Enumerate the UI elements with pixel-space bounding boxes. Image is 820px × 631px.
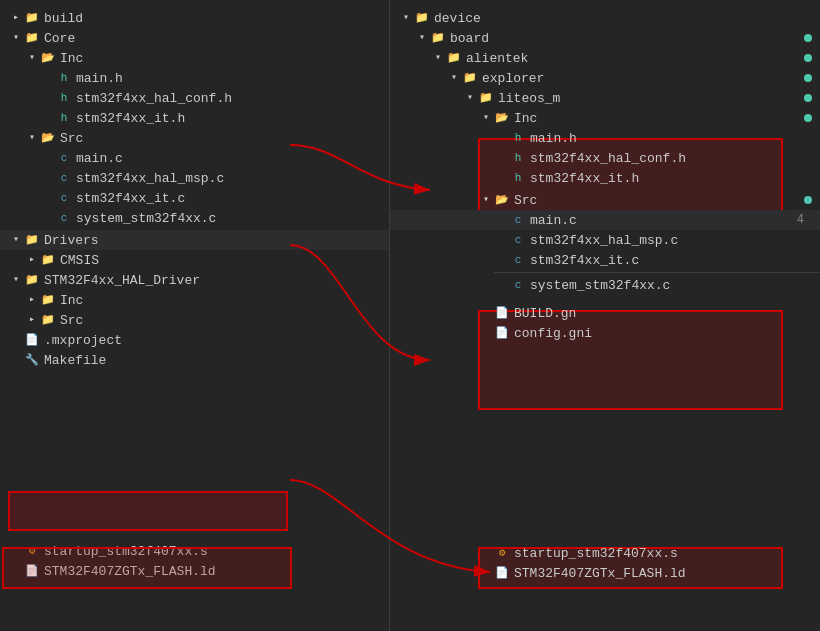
c-file-icon-4: c [56, 210, 72, 226]
chevron-inc [24, 50, 40, 66]
left-panel: 📁 build 📁 Core 📂 Inc h main.h h stm32f4x… [0, 0, 390, 631]
folder-hal-src[interactable]: 📁 Src [0, 310, 389, 330]
h-file-right-icon: h [510, 130, 526, 146]
file-it-h-label: stm32f4xx_it.h [76, 111, 185, 126]
file-hal-conf-h[interactable]: h stm32f4xx_hal_conf.h [0, 88, 389, 108]
file-build-gn-label: BUILD.gn [514, 306, 576, 321]
folder-build-icon: 📁 [24, 10, 40, 26]
folder-board-label: board [450, 31, 489, 46]
h-file-right-icon-3: h [510, 170, 526, 186]
folder-device[interactable]: 📁 device [390, 8, 820, 28]
folder-hal-driver-label: STM32F4xx_HAL_Driver [44, 273, 200, 288]
file-startup-s[interactable]: ⚙ startup_stm32f407xx.s [0, 541, 389, 561]
folder-drivers-icon: 📁 [24, 232, 40, 248]
folder-inc[interactable]: 📂 Inc [0, 48, 389, 68]
chevron-makefile [8, 352, 24, 368]
file-startup-s-right[interactable]: ⚙ startup_stm32f407xx.s [390, 543, 820, 563]
file-startup-s-right-label: startup_stm32f407xx.s [514, 546, 678, 561]
chevron-mxproject [8, 332, 24, 348]
chevron-device [398, 10, 414, 26]
file-flash-ld[interactable]: 📄 STM32F407ZGTx_FLASH.ld [0, 561, 389, 581]
chevron-it-h-right [494, 170, 510, 186]
file-it-c-right[interactable]: c stm32f4xx_it.c [390, 250, 820, 270]
folder-board[interactable]: 📁 board [390, 28, 820, 48]
chevron-hal-inc [24, 292, 40, 308]
file-main-h-right[interactable]: h main.h [390, 128, 820, 148]
dot-inc [804, 114, 812, 122]
dot-explorer [804, 74, 812, 82]
config-gni-icon: 📄 [494, 325, 510, 341]
c-file-icon: c [56, 150, 72, 166]
chevron-flash-ld [8, 563, 24, 579]
file-system-c-right-label: system_stm32f4xx.c [530, 278, 670, 293]
file-hal-msp-c-right-label: stm32f4xx_hal_msp.c [530, 233, 678, 248]
folder-cmsis-icon: 📁 [40, 252, 56, 268]
file-it-h[interactable]: h stm32f4xx_it.h [0, 108, 389, 128]
folder-src-right[interactable]: 📂 Src [390, 190, 820, 210]
folder-core[interactable]: 📁 Core [0, 28, 389, 48]
file-main-h-label: main.h [76, 71, 123, 86]
folder-hal-driver[interactable]: 📁 STM32F4xx_HAL_Driver [0, 270, 389, 290]
file-system-c[interactable]: c system_stm32f4xx.c [0, 208, 389, 228]
file-makefile[interactable]: 🔧 Makefile [0, 350, 389, 370]
c-file-icon-3: c [56, 190, 72, 206]
generic-file-icon: 📄 [24, 332, 40, 348]
makefile-icon: 🔧 [24, 352, 40, 368]
folder-src-icon: 📂 [40, 130, 56, 146]
file-hal-conf-h-right[interactable]: h stm32f4xx_hal_conf.h [390, 148, 820, 168]
chevron-hal-conf-h [40, 90, 56, 106]
chevron-build [8, 10, 24, 26]
folder-build[interactable]: 📁 build [0, 8, 389, 28]
folder-cmsis[interactable]: 📁 CMSIS [0, 250, 389, 270]
chevron-main-h [40, 70, 56, 86]
folder-drivers-label: Drivers [44, 233, 99, 248]
file-hal-msp-c-right[interactable]: c stm32f4xx_hal_msp.c [390, 230, 820, 250]
folder-core-label: Core [44, 31, 75, 46]
chevron-config-gni [478, 325, 494, 341]
file-main-c[interactable]: c main.c [0, 148, 389, 168]
file-build-gn[interactable]: 📄 BUILD.gn [390, 303, 820, 323]
folder-explorer[interactable]: 📁 explorer [390, 68, 820, 88]
dot-liteos [804, 94, 812, 102]
folder-alientek-icon: 📁 [446, 50, 462, 66]
chevron-explorer [446, 70, 462, 86]
s-file-right-icon: ⚙ [494, 545, 510, 561]
chevron-main-c-right [494, 212, 510, 228]
chevron-startup-s-right [478, 545, 494, 561]
chevron-hal-conf-h-right [494, 150, 510, 166]
folder-src-right-label: Src [514, 193, 537, 208]
file-it-c[interactable]: c stm32f4xx_it.c [0, 188, 389, 208]
file-main-c-right[interactable]: c main.c 4 [390, 210, 820, 230]
separator [494, 272, 820, 273]
dot-alientek [804, 54, 812, 62]
file-it-c-right-label: stm32f4xx_it.c [530, 253, 639, 268]
h-file-icon-2: h [56, 90, 72, 106]
folder-alientek[interactable]: 📁 alientek [390, 48, 820, 68]
chevron-drivers [8, 232, 24, 248]
folder-drivers[interactable]: 📁 Drivers [0, 230, 389, 250]
file-config-gni[interactable]: 📄 config.gni [390, 323, 820, 343]
dot-src [804, 196, 812, 204]
file-mxproject[interactable]: 📄 .mxproject [0, 330, 389, 350]
folder-inc-right[interactable]: 📂 Inc [390, 108, 820, 128]
chevron-src-right [478, 192, 494, 208]
folder-src-right-icon: 📂 [494, 192, 510, 208]
file-flash-ld-right[interactable]: 📄 STM32F407ZGTx_FLASH.ld [390, 563, 820, 583]
folder-liteos-m[interactable]: 📁 liteos_m [390, 88, 820, 108]
file-it-h-right[interactable]: h stm32f4xx_it.h [390, 168, 820, 188]
chevron-hal-msp-c [40, 170, 56, 186]
folder-inc-right-label: Inc [514, 111, 537, 126]
folder-hal-src-icon: 📁 [40, 312, 56, 328]
file-hal-msp-c[interactable]: c stm32f4xx_hal_msp.c [0, 168, 389, 188]
folder-hal-inc[interactable]: 📁 Inc [0, 290, 389, 310]
file-system-c-right[interactable]: c system_stm32f4xx.c [390, 275, 820, 295]
folder-src[interactable]: 📂 Src [0, 128, 389, 148]
chevron-it-c [40, 190, 56, 206]
chevron-hal-msp-c-right [494, 232, 510, 248]
folder-hal-driver-icon: 📁 [24, 272, 40, 288]
chevron-hal-driver [8, 272, 24, 288]
folder-device-label: device [434, 11, 481, 26]
file-main-h[interactable]: h main.h [0, 68, 389, 88]
file-startup-s-label: startup_stm32f407xx.s [44, 544, 208, 559]
folder-inc-right-icon: 📂 [494, 110, 510, 126]
